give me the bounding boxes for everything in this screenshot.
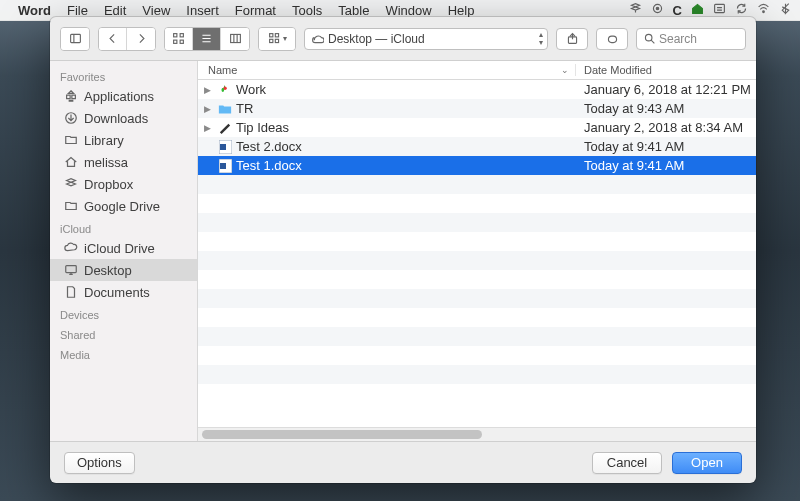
svg-rect-24 bbox=[220, 163, 226, 169]
menu-file[interactable]: File bbox=[67, 3, 88, 18]
svg-rect-8 bbox=[180, 40, 183, 43]
disclosure-triangle[interactable]: ▶ bbox=[198, 104, 216, 114]
target-icon[interactable] bbox=[651, 2, 664, 18]
sidebar-heading-shared: Shared bbox=[50, 323, 197, 343]
dialog-body: Favorites Applications Downloads Library… bbox=[50, 61, 756, 441]
svg-rect-6 bbox=[180, 34, 183, 37]
column-date-label: Date Modified bbox=[584, 64, 652, 76]
back-button[interactable] bbox=[99, 28, 127, 50]
share-button[interactable] bbox=[556, 28, 588, 50]
open-button[interactable]: Open bbox=[672, 452, 742, 474]
menu-window[interactable]: Window bbox=[385, 3, 431, 18]
column-view[interactable] bbox=[221, 28, 249, 50]
column-header: Name ⌄ Date Modified bbox=[198, 61, 756, 80]
empty-row bbox=[198, 289, 756, 308]
menu-tools[interactable]: Tools bbox=[292, 3, 322, 18]
menu-view[interactable]: View bbox=[142, 3, 170, 18]
scroll-thumb[interactable] bbox=[202, 430, 482, 439]
sidebar-item-label: Applications bbox=[84, 89, 154, 104]
empty-row bbox=[198, 213, 756, 232]
search-input[interactable]: Search bbox=[636, 28, 746, 50]
empty-row bbox=[198, 270, 756, 289]
path-label: Desktop — iCloud bbox=[328, 32, 425, 46]
menu-help[interactable]: Help bbox=[448, 3, 475, 18]
sidebar-item-dropbox[interactable]: Dropbox bbox=[50, 173, 197, 195]
menu-format[interactable]: Format bbox=[235, 3, 276, 18]
path-control[interactable]: Desktop — iCloud ▴▾ bbox=[304, 28, 548, 50]
sidebar-item-library[interactable]: Library bbox=[50, 129, 197, 151]
group-by[interactable]: ▾ bbox=[258, 27, 296, 51]
file-row[interactable]: Test 1.docx Today at 9:41 AM bbox=[198, 156, 756, 175]
empty-row bbox=[198, 365, 756, 384]
tags-button[interactable] bbox=[596, 28, 628, 50]
file-name: Tip Ideas bbox=[234, 120, 576, 135]
file-date: January 6, 2018 at 12:21 PM bbox=[576, 82, 756, 97]
file-name: TR bbox=[234, 101, 576, 116]
sidebar-toggle[interactable] bbox=[60, 27, 90, 51]
dialog-footer: Options Cancel Open bbox=[50, 441, 756, 483]
view-mode bbox=[164, 27, 250, 51]
empty-row bbox=[198, 194, 756, 213]
dropbox-icon[interactable] bbox=[629, 2, 642, 18]
sync-icon[interactable] bbox=[735, 2, 748, 18]
svg-rect-10 bbox=[269, 34, 272, 37]
sidebar-heading-icloud: iCloud bbox=[50, 217, 197, 237]
file-row[interactable]: ▶ Work January 6, 2018 at 12:21 PM bbox=[198, 80, 756, 99]
bluetooth-icon[interactable] bbox=[779, 2, 792, 18]
sidebar-item-label: Library bbox=[84, 133, 124, 148]
empty-row bbox=[198, 251, 756, 270]
sidebar-item-label: Dropbox bbox=[84, 177, 133, 192]
file-date: Today at 9:41 AM bbox=[576, 158, 756, 173]
options-button[interactable]: Options bbox=[64, 452, 135, 474]
folder-icon bbox=[216, 103, 234, 115]
chevron-updown-icon: ▴▾ bbox=[539, 31, 543, 47]
file-list[interactable]: ▶ Work January 6, 2018 at 12:21 PM ▶ TR … bbox=[198, 80, 756, 427]
forward-button[interactable] bbox=[127, 28, 155, 50]
sidebar-item-google-drive[interactable]: Google Drive bbox=[50, 195, 197, 217]
empty-row bbox=[198, 308, 756, 327]
cancel-button[interactable]: Cancel bbox=[592, 452, 662, 474]
sidebar-item-label: iCloud Drive bbox=[84, 241, 155, 256]
options-label: Options bbox=[77, 455, 122, 470]
icon-view[interactable] bbox=[165, 28, 193, 50]
file-row[interactable]: ▶ Tip Ideas January 2, 2018 at 8:34 AM bbox=[198, 118, 756, 137]
disclosure-triangle[interactable]: ▶ bbox=[198, 123, 216, 133]
wifi-icon[interactable] bbox=[757, 2, 770, 18]
sidebar-item-downloads[interactable]: Downloads bbox=[50, 107, 197, 129]
dropbox-icon bbox=[62, 177, 80, 191]
sidebar-item-documents[interactable]: Documents bbox=[50, 281, 197, 303]
home-icon[interactable] bbox=[691, 2, 704, 18]
menu-table[interactable]: Table bbox=[338, 3, 369, 18]
sidebar-item-home[interactable]: melissa bbox=[50, 151, 197, 173]
sidebar: Favorites Applications Downloads Library… bbox=[50, 61, 198, 441]
file-row[interactable]: Test 2.docx Today at 9:41 AM bbox=[198, 137, 756, 156]
sidebar-item-label: Documents bbox=[84, 285, 150, 300]
file-date: Today at 9:41 AM bbox=[576, 139, 756, 154]
letter-c-icon[interactable]: C bbox=[673, 3, 682, 18]
disclosure-triangle[interactable]: ▶ bbox=[198, 85, 216, 95]
sidebar-item-applications[interactable]: Applications bbox=[50, 85, 197, 107]
list-view[interactable] bbox=[193, 28, 221, 50]
group-by-button[interactable]: ▾ bbox=[259, 28, 295, 50]
recent-icon[interactable] bbox=[713, 2, 726, 18]
file-row[interactable]: ▶ TR Today at 9:43 AM bbox=[198, 99, 756, 118]
sidebar-item-desktop[interactable]: Desktop bbox=[50, 259, 197, 281]
svg-rect-15 bbox=[608, 36, 616, 43]
sidebar-item-icloud-drive[interactable]: iCloud Drive bbox=[50, 237, 197, 259]
menu-app[interactable]: Word bbox=[18, 3, 51, 18]
doc-icon bbox=[62, 285, 80, 299]
file-name: Test 2.docx bbox=[234, 139, 576, 154]
file-browser: Name ⌄ Date Modified ▶ Work January 6, 2… bbox=[198, 61, 756, 441]
column-name[interactable]: Name ⌄ bbox=[198, 64, 576, 76]
svg-rect-11 bbox=[275, 34, 278, 37]
file-date: Today at 9:43 AM bbox=[576, 101, 756, 116]
horizontal-scrollbar[interactable] bbox=[198, 427, 756, 441]
svg-point-3 bbox=[763, 11, 765, 13]
menu-edit[interactable]: Edit bbox=[104, 3, 126, 18]
svg-point-1 bbox=[656, 7, 658, 9]
empty-row bbox=[198, 327, 756, 346]
menu-insert[interactable]: Insert bbox=[186, 3, 219, 18]
column-date[interactable]: Date Modified bbox=[576, 64, 756, 76]
sidebar-toggle-btn[interactable] bbox=[61, 28, 89, 50]
svg-point-16 bbox=[645, 34, 652, 41]
